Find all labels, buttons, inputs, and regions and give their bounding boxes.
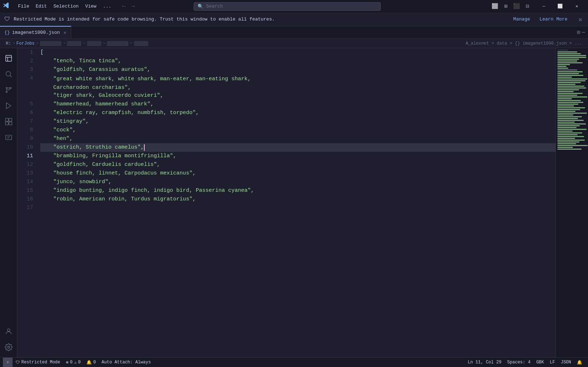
mini-line	[557, 59, 579, 60]
activity-run-debug[interactable]	[1, 99, 16, 113]
more-actions-icon[interactable]: ⋯	[582, 29, 585, 36]
titlebar-search[interactable]: 🔍 Search	[194, 2, 381, 11]
mini-line	[557, 98, 572, 99]
line-num-10: 10	[17, 143, 33, 152]
info-item[interactable]: 🔔 0	[83, 358, 99, 367]
menu-edit[interactable]: Edit	[33, 3, 50, 10]
error-icon: ⊗	[66, 360, 68, 365]
banner-shield-icon: 🛡	[4, 16, 10, 23]
info-count: 0	[93, 360, 96, 365]
activity-source-control[interactable]	[1, 83, 16, 97]
activity-bar	[0, 48, 17, 357]
split-editor-icon[interactable]: ⊞	[577, 29, 580, 36]
mini-line	[557, 143, 576, 144]
activity-settings[interactable]	[1, 340, 16, 354]
line-ending-label: LF	[550, 360, 555, 365]
mini-line	[557, 118, 578, 119]
close-button[interactable]: ✕	[569, 0, 585, 13]
layout-icon[interactable]: ⬜	[489, 2, 501, 10]
code-line-1: [	[40, 48, 556, 57]
titlebar-actions: ⬜ ⊞ ⬛ ⊟	[489, 2, 531, 10]
notifications-item[interactable]: 🔔	[574, 358, 585, 367]
customize-icon[interactable]: ⊟	[524, 2, 531, 10]
nav-back-button[interactable]: ←	[120, 3, 128, 10]
code-line-3: "goldfish, Carassius auratus",	[40, 65, 556, 74]
language-item[interactable]: JSON	[558, 358, 574, 367]
mini-line	[557, 86, 584, 87]
encoding-item[interactable]: GBK	[533, 358, 547, 367]
line-num-16: 16	[17, 195, 33, 204]
auto-attach-item[interactable]: Auto Attach: Always	[99, 358, 154, 367]
split-icon[interactable]: ⊞	[502, 2, 510, 10]
errors-item[interactable]: ⊗ 0 ⚠ 0	[63, 358, 83, 367]
nav-forward-button[interactable]: →	[129, 3, 137, 10]
code-line-14: "house finch, linnet, Carpodacus mexican…	[40, 169, 556, 178]
mini-line	[557, 71, 583, 72]
banner-close-button[interactable]: ✕	[577, 15, 584, 23]
remote-icon-item[interactable]: ⚡	[3, 358, 13, 367]
mini-line	[557, 55, 586, 56]
maximize-button[interactable]: ⬜	[552, 0, 569, 13]
svg-point-3	[10, 87, 11, 89]
activity-account[interactable]	[1, 324, 16, 339]
errors-count: 0	[70, 360, 73, 365]
position-item[interactable]: Ln 11, Col 29	[465, 358, 505, 367]
mini-line	[557, 80, 585, 81]
tab-close-button[interactable]: ✕	[63, 30, 66, 36]
menu-file[interactable]: File	[15, 3, 32, 10]
activity-extensions[interactable]	[1, 114, 16, 129]
panel-icon[interactable]: ⬛	[511, 2, 522, 10]
line-numbers: 1 2 3 4 5 6 7 8 9 10 11 12 13 14 15 16 1…	[17, 48, 39, 357]
search-placeholder: Search	[206, 4, 223, 9]
statusbar-left: ⚡ 🛡 Restricted Mode ⊗ 0 ⚠ 0 🔔 0 Auto Att…	[3, 358, 154, 367]
mini-line	[557, 77, 572, 78]
window-controls: ─ ⬜ ✕	[535, 0, 585, 13]
bc-blur-3	[87, 41, 101, 46]
tab-filename: imagenet1000.json	[12, 30, 60, 35]
line-num-12: 12	[17, 160, 33, 169]
mini-line	[557, 104, 578, 105]
code-content[interactable]: [ "tench, Tinca tinca", "goldfish, Caras…	[39, 48, 556, 357]
tab-json-icon: {}	[4, 30, 10, 35]
menu-more[interactable]: ...	[100, 3, 114, 10]
manage-link[interactable]: Manage	[513, 17, 530, 22]
menu-selection[interactable]: Selection	[50, 3, 81, 10]
line-num-15: 15	[17, 186, 33, 195]
restricted-mode-item[interactable]: 🛡 Restricted Mode	[13, 358, 63, 367]
menu-view[interactable]: View	[82, 3, 99, 10]
mini-line	[557, 84, 575, 85]
statusbar: ⚡ 🛡 Restricted Mode ⊗ 0 ⚠ 0 🔔 0 Auto Att…	[0, 357, 588, 367]
mini-line	[557, 147, 573, 148]
code-line-7: "electric ray, crampfish, numbfish, torp…	[40, 109, 556, 117]
mini-line	[557, 64, 570, 65]
mini-line	[557, 57, 586, 58]
spaces-item[interactable]: Spaces: 4	[504, 358, 533, 367]
editor-area[interactable]: 1 2 3 4 5 6 7 8 9 10 11 12 13 14 15 16 1…	[17, 48, 588, 357]
mini-line	[557, 75, 583, 76]
titlebar: File Edit Selection View ... ← → 🔍 Searc…	[0, 0, 588, 13]
code-line-6: "hammerhead, hammerhead shark",	[40, 100, 556, 109]
bc-drive[interactable]: H:	[6, 41, 11, 46]
banner-text: Restricted Mode is intended for safe cod…	[14, 17, 510, 22]
mini-line	[557, 138, 575, 139]
mini-line	[557, 105, 574, 107]
bc-blur-5	[134, 41, 148, 46]
activity-search[interactable]	[1, 67, 16, 81]
breadcrumb: H: > ForJobs > > > > > A_alexnet > data …	[0, 39, 588, 48]
minimize-button[interactable]: ─	[535, 0, 552, 13]
code-line-17: "robin, American robin, Turdus migratori…	[40, 195, 556, 204]
mini-line	[557, 51, 577, 53]
bc-blur-4	[107, 41, 128, 46]
bc-forjobs[interactable]: ForJobs	[17, 41, 35, 46]
activity-explorer[interactable]	[1, 51, 16, 65]
mini-line	[557, 113, 587, 114]
activity-remote[interactable]	[1, 130, 16, 145]
line-ending-item[interactable]: LF	[547, 358, 558, 367]
mini-line	[557, 131, 573, 132]
svg-point-12	[8, 346, 10, 348]
tab-imagenet[interactable]: {} imagenet1000.json ✕	[0, 26, 71, 38]
learn-more-link[interactable]: Learn More	[539, 17, 567, 22]
code-line-11: "ostrich, Struthio camelus",	[40, 143, 556, 152]
code-line-5: "tiger shark, Galeocerdo cuvieri",	[40, 91, 556, 100]
position-label: Ln 11, Col 29	[468, 360, 502, 365]
